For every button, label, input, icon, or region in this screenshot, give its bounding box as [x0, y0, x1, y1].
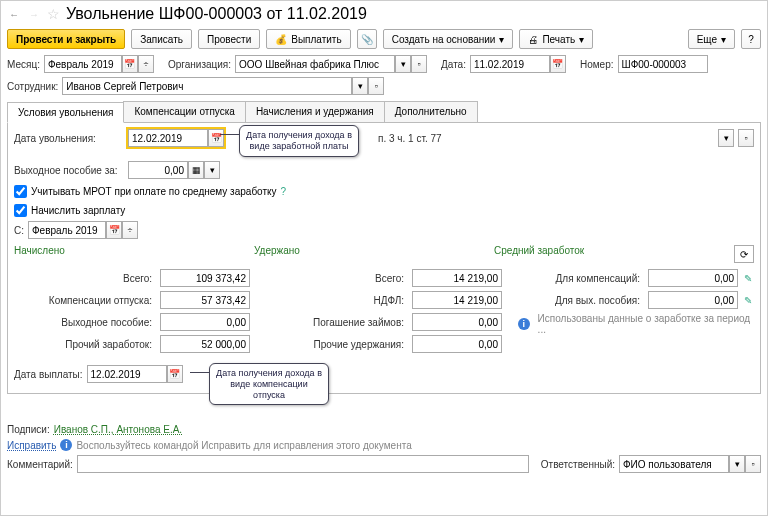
refresh-button[interactable]: ⟳ — [734, 245, 754, 263]
withheld-total-label: Всего: — [266, 273, 408, 284]
responsible-input[interactable] — [619, 455, 729, 473]
employee-label: Сотрудник: — [7, 81, 58, 92]
tab-conditions[interactable]: Условия увольнения — [7, 102, 124, 123]
callout-comp-date: Дата получения дохода в виде компенсации… — [209, 363, 329, 405]
accrued-total-input[interactable] — [160, 269, 250, 287]
signs-label: Подписи: — [7, 424, 50, 435]
salary-checkbox[interactable] — [14, 204, 27, 217]
back-icon[interactable]: ← — [7, 7, 21, 21]
chevron-down-icon: ▾ — [721, 34, 726, 45]
open-icon[interactable]: ▫ — [368, 77, 384, 95]
tab-accruals[interactable]: Начисления и удержания — [245, 101, 385, 122]
accrued-comp-label: Компенсации отпуска: — [14, 295, 156, 306]
chevron-down-icon: ▾ — [499, 34, 504, 45]
pencil-icon[interactable]: ✎ — [742, 295, 754, 306]
accrued-other-input[interactable] — [160, 335, 250, 353]
accrued-sev-label: Выходное пособие: — [14, 317, 156, 328]
employee-input[interactable] — [62, 77, 352, 95]
salary-label: Начислить зарплату — [31, 205, 125, 216]
mrot-checkbox[interactable] — [14, 185, 27, 198]
dropdown-icon[interactable]: ▾ — [729, 455, 745, 473]
accrued-total-label: Всего: — [14, 273, 156, 284]
tab-additional[interactable]: Дополнительно — [384, 101, 478, 122]
dropdown-icon[interactable]: ▾ — [395, 55, 411, 73]
avg-sev-input[interactable] — [648, 291, 738, 309]
dropdown-icon[interactable]: ▾ — [352, 77, 368, 95]
signs-link[interactable]: Иванов С.П., Антонова Е.А. — [54, 424, 182, 435]
accrued-sev-input[interactable] — [160, 313, 250, 331]
save-button[interactable]: Записать — [131, 29, 192, 49]
dismiss-date-input[interactable] — [128, 129, 208, 147]
accrued-other-label: Прочий заработок: — [14, 339, 156, 350]
create-based-button[interactable]: Создать на основании ▾ — [383, 29, 514, 49]
chevron-down-icon: ▾ — [579, 34, 584, 45]
date-input[interactable] — [470, 55, 550, 73]
fix-note: Воспользуйтесь командой Исправить для ис… — [76, 440, 411, 451]
mrot-label: Учитывать МРОТ при оплате по среднему за… — [31, 186, 277, 197]
attach-button[interactable]: 📎 — [357, 29, 377, 49]
tab-vacation-comp[interactable]: Компенсации отпуска — [123, 101, 245, 122]
loans-label: Погашение займов: — [266, 317, 408, 328]
date-label: Дата: — [441, 59, 466, 70]
print-button[interactable]: 🖨 Печать ▾ — [519, 29, 593, 49]
accrued-header: Начислено — [14, 245, 254, 263]
stepper-icon[interactable]: ÷ — [122, 221, 138, 239]
withheld-other-label: Прочие удержания: — [266, 339, 408, 350]
calendar-icon[interactable]: 📅 — [550, 55, 566, 73]
star-icon[interactable]: ☆ — [47, 6, 60, 22]
month-input[interactable] — [44, 55, 122, 73]
reason-tail: п. 3 ч. 1 ст. 77 — [378, 133, 442, 144]
open-icon[interactable]: ▫ — [411, 55, 427, 73]
withheld-total-input[interactable] — [412, 269, 502, 287]
comment-label: Комментарий: — [7, 459, 73, 470]
printer-icon: 🖨 — [528, 34, 538, 45]
more-button[interactable]: Еще ▾ — [688, 29, 735, 49]
stepper-icon[interactable]: ÷ — [138, 55, 154, 73]
post-button[interactable]: Провести — [198, 29, 260, 49]
org-input[interactable] — [235, 55, 395, 73]
severance-input[interactable] — [128, 161, 188, 179]
payout-date-input[interactable] — [87, 365, 167, 383]
info-icon: i — [60, 439, 72, 451]
post-close-button[interactable]: Провести и закрыть — [7, 29, 125, 49]
loans-input[interactable] — [412, 313, 502, 331]
calendar-icon[interactable]: 📅 — [106, 221, 122, 239]
forward-icon[interactable]: → — [27, 7, 41, 21]
ndfl-label: НДФЛ: — [266, 295, 408, 306]
withheld-other-input[interactable] — [412, 335, 502, 353]
dropdown-icon[interactable]: ▾ — [204, 161, 220, 179]
open-icon[interactable]: ▫ — [738, 129, 754, 147]
payout-date-label: Дата выплаты: — [14, 369, 83, 380]
avg-note: Использованы данные о заработке за перио… — [538, 313, 754, 335]
avg-sev-label: Для вых. пособия: — [518, 295, 644, 306]
info-icon: i — [518, 318, 530, 330]
payout-button[interactable]: 💰Выплатить — [266, 29, 350, 49]
since-label: С: — [14, 225, 24, 236]
org-label: Организация: — [168, 59, 231, 70]
withheld-header: Удержано — [254, 245, 494, 263]
number-input[interactable] — [618, 55, 708, 73]
accrued-comp-input[interactable] — [160, 291, 250, 309]
calc-icon[interactable]: ▦ — [188, 161, 204, 179]
dismiss-date-label: Дата увольнения: — [14, 133, 124, 144]
number-label: Номер: — [580, 59, 614, 70]
pencil-icon[interactable]: ✎ — [742, 273, 754, 284]
calendar-icon[interactable]: 📅 — [122, 55, 138, 73]
since-input[interactable] — [28, 221, 106, 239]
month-label: Месяц: — [7, 59, 40, 70]
avg-comp-label: Для компенсаций: — [518, 273, 644, 284]
severance-label: Выходное пособие за: — [14, 165, 124, 176]
callout-salary-date: Дата получения дохода в виде заработной … — [239, 125, 359, 157]
ndfl-input[interactable] — [412, 291, 502, 309]
open-icon[interactable]: ▫ — [745, 455, 761, 473]
responsible-label: Ответственный: — [541, 459, 615, 470]
calendar-icon[interactable]: 📅 — [167, 365, 183, 383]
calendar-icon[interactable]: 📅 — [208, 129, 224, 147]
avg-header: Средний заработок — [494, 245, 734, 263]
help-button[interactable]: ? — [741, 29, 761, 49]
page-title: Увольнение ШФ00-000003 от 11.02.2019 — [66, 5, 367, 23]
comment-input[interactable] — [77, 455, 529, 473]
dropdown-icon[interactable]: ▾ — [718, 129, 734, 147]
avg-comp-input[interactable] — [648, 269, 738, 287]
fix-link[interactable]: Исправить — [7, 440, 56, 451]
